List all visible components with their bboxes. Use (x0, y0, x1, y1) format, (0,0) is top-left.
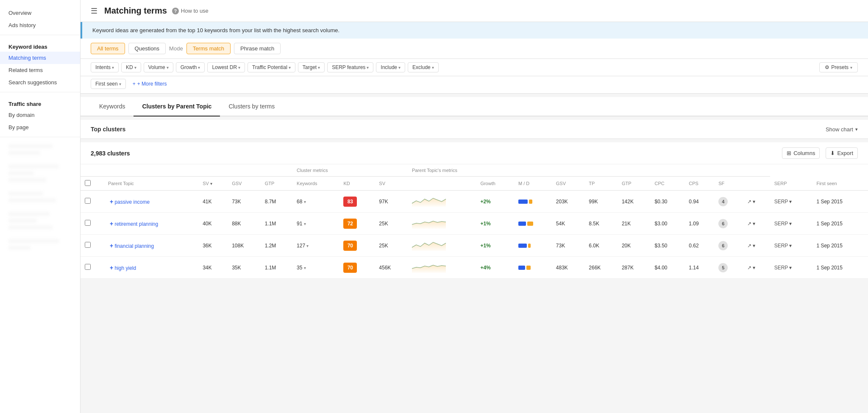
tab-terms-match[interactable]: Terms match (186, 43, 231, 54)
th-growth: Growth (476, 177, 514, 191)
topic-link[interactable]: passive income (114, 199, 150, 205)
filter-first-seen[interactable]: First seen ▾ (91, 79, 126, 89)
sidebar-item-matching-terms[interactable]: Matching terms (0, 52, 80, 64)
kd-badge: 72 (343, 219, 357, 229)
serp-dropdown[interactable]: SERP ▾ (774, 221, 808, 227)
row-gsv2: 483K (552, 257, 585, 279)
presets-button[interactable]: ⚙ Presets ▾ (819, 62, 858, 72)
filter-traffic-potential[interactable]: Traffic Potential ▾ (248, 62, 295, 72)
row-sv2: 97K (375, 191, 408, 213)
row-sf: 6 (714, 235, 743, 257)
row-growth: +1% (476, 235, 514, 257)
topic-link[interactable]: high yield (114, 265, 136, 271)
row-gsv2: 203K (552, 191, 585, 213)
lowest-dr-arrow-icon: ▾ (238, 65, 240, 70)
sidebar-item-by-domain[interactable]: By domain (0, 109, 80, 121)
add-topic-button[interactable]: + (110, 220, 113, 227)
table-container: 2,983 clusters ⊞ Columns ⬇ Export Cluste… (81, 142, 868, 279)
add-topic-button[interactable]: + (110, 242, 113, 249)
kd-label: KD (126, 64, 133, 70)
row-keywords: 127 ▾ (292, 235, 339, 257)
tab-phrase-match[interactable]: Phrase match (234, 43, 281, 54)
row-topic-cell: + high yield (104, 257, 198, 279)
show-chart-button[interactable]: Show chart ▾ (826, 126, 858, 133)
row-md (514, 235, 552, 257)
filter-kd[interactable]: KD ▾ (121, 62, 141, 72)
filter-include[interactable]: Include ▾ (376, 62, 405, 72)
hamburger-icon[interactable]: ☰ (91, 6, 97, 16)
filter-intents[interactable]: Intents ▾ (91, 62, 119, 72)
trend-dropdown[interactable]: ↗ ▾ (747, 221, 766, 227)
row-tp: 266K (584, 257, 618, 279)
bar-blue (518, 200, 528, 204)
sidebar-item-search-suggestions[interactable]: Search suggestions (0, 76, 80, 89)
add-topic-button[interactable]: + (110, 264, 113, 271)
row-checkbox[interactable] (85, 242, 91, 248)
kd-badge: 83 (343, 197, 357, 207)
trend-dropdown[interactable]: ↗ ▾ (747, 265, 766, 271)
row-gsv: 35K (228, 257, 261, 279)
svg-marker-1 (412, 221, 446, 229)
top-clusters-title: Top clusters (91, 126, 125, 133)
serp-dropdown[interactable]: SERP ▾ (774, 243, 808, 249)
filter-row-2: First seen ▾ + + More filters (81, 76, 868, 94)
row-sf: 5 (714, 257, 743, 279)
add-topic-button[interactable]: + (110, 198, 113, 205)
row-tp: 99K (584, 191, 618, 213)
row-checkbox[interactable] (85, 198, 91, 204)
help-link[interactable]: ? How to use (172, 8, 209, 14)
row-kd: 70 (339, 235, 375, 257)
filter-exclude[interactable]: Exclude ▾ (408, 62, 439, 72)
bar-blue (518, 244, 527, 248)
row-trend: ↗ ▾ (743, 213, 770, 235)
serp-dropdown[interactable]: SERP ▾ (774, 265, 808, 271)
th-gsv2: GSV (552, 177, 585, 191)
row-sf: 6 (714, 213, 743, 235)
target-arrow-icon: ▾ (318, 65, 320, 70)
filter-volume[interactable]: Volume ▾ (144, 62, 173, 72)
serp-dropdown[interactable]: SERP ▾ (774, 199, 808, 205)
filter-growth[interactable]: Growth ▾ (176, 62, 205, 72)
row-kd: 83 (339, 191, 375, 213)
th-parent-topic: Parent Topic (104, 177, 198, 191)
th-gsv: GSV (228, 177, 261, 191)
filter-tabs-row: All terms Questions Mode Terms match Phr… (81, 39, 868, 59)
sf-badge: 6 (718, 219, 728, 228)
filter-target[interactable]: Target ▾ (298, 62, 325, 72)
help-text: How to use (181, 8, 209, 14)
table-scroll-wrap: Cluster metrics Parent Topic's metrics P… (81, 164, 868, 279)
tab-all-terms[interactable]: All terms (91, 43, 125, 54)
export-button[interactable]: ⬇ Export (826, 147, 858, 159)
topic-link[interactable]: retirement planning (114, 221, 158, 227)
row-serp: SERP ▾ (770, 191, 812, 213)
sv-label: SV (203, 181, 209, 186)
row-checkbox[interactable] (85, 264, 91, 270)
traffic-potential-arrow-icon: ▾ (289, 65, 291, 70)
table-actions: ⊞ Columns ⬇ Export (782, 147, 858, 159)
filter-serp-features[interactable]: SERP features ▾ (327, 62, 373, 72)
select-all-checkbox[interactable] (85, 180, 91, 186)
row-sv2: 456K (375, 257, 408, 279)
row-cpc: $4.00 (650, 257, 684, 279)
filter-lowest-dr[interactable]: Lowest DR ▾ (207, 62, 245, 72)
tab-clusters-parent-topic[interactable]: Clusters by Parent Topic (134, 97, 220, 116)
sidebar-item-related-terms[interactable]: Related terms (0, 64, 80, 76)
page-title: Matching terms (104, 6, 167, 16)
row-gsv2: 54K (552, 213, 585, 235)
sidebar-item-by-page[interactable]: By page (0, 121, 80, 133)
tab-questions[interactable]: Questions (128, 43, 166, 54)
sidebar-item-overview[interactable]: Overview (0, 7, 80, 19)
svg-marker-0 (412, 198, 446, 207)
trend-dropdown[interactable]: ↗ ▾ (747, 199, 766, 205)
more-filters-button[interactable]: + + More filters (128, 79, 171, 89)
row-checkbox[interactable] (85, 220, 91, 226)
tab-keywords[interactable]: Keywords (91, 97, 134, 116)
kd-badge: 70 (343, 241, 357, 251)
sidebar-item-ads-history[interactable]: Ads history (0, 19, 80, 31)
th-sv[interactable]: SV▾ (198, 177, 228, 191)
th-trend (743, 177, 770, 191)
columns-button[interactable]: ⊞ Columns (782, 147, 820, 159)
trend-dropdown[interactable]: ↗ ▾ (747, 243, 766, 249)
topic-link[interactable]: financial planning (114, 243, 154, 249)
tab-clusters-terms[interactable]: Clusters by terms (220, 97, 283, 116)
